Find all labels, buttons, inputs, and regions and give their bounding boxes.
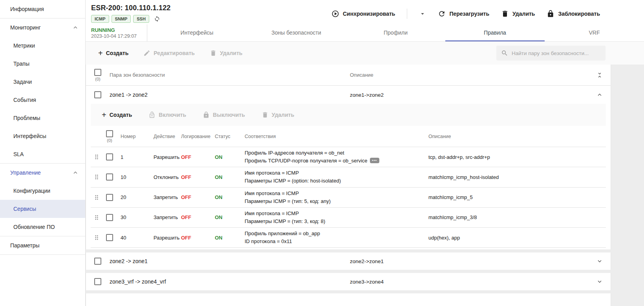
column-header-description: Описание [428,134,606,139]
sidebar-item-metrics[interactable]: Метрики [0,37,85,55]
zone-row-checkbox[interactable] [94,91,101,98]
rule-number: 1 [121,154,154,160]
create-zone-pair-button[interactable]: + Создать [98,49,128,57]
sidebar-item-label: Обновление ПО [13,224,55,230]
rules-selected-count: (0) [107,138,112,143]
status-badge: RUNNING [91,27,147,33]
edit-zone-pair-button[interactable]: Редактировать [143,50,195,57]
sidebar-item-label: Метрики [13,42,35,49]
sidebar-item-problems[interactable]: Проблемы [0,109,85,127]
rule-status: ON [215,194,245,200]
rule-match-line: ID протокола = 0x11 [245,238,424,245]
select-all-rules-checkbox[interactable] [106,130,113,137]
rule-checkbox[interactable] [106,214,113,221]
zone-row[interactable]: zone3_vrf -> zone4_vrf zone3->zone4 [86,273,611,290]
column-header-description: Описание [350,72,589,78]
sidebar-item-tasks[interactable]: Задачи [0,73,85,91]
sidebar-item-events[interactable]: События [0,91,85,109]
search-input[interactable] [512,50,601,56]
sidebar-item-configurations[interactable]: Конфигурации [0,182,85,200]
sidebar-item-label: Параметры [10,242,40,249]
rule-checkbox[interactable] [106,153,113,160]
chevron-up-icon[interactable] [596,91,603,98]
rule-description: matchIcmp_icmp_3/8 [428,214,606,220]
sidebar-item-traps[interactable]: Трапы [0,55,85,73]
sidebar-item-management[interactable]: Управление [0,164,85,182]
rule-match-line: Параметры ICMP = (тип: 5, код: any) [245,197,424,205]
sidebar-item-interfaces[interactable]: Интерфейсы [0,127,85,145]
tab-vrf[interactable]: VRF [545,24,644,41]
status-timestamp: 2023-10-04 17:29:07 [91,33,147,39]
rule-match-line: Имя протокола = ICMP [245,169,424,177]
zone-pair-description: zone1->zone2 [350,92,589,98]
sync-options-dropdown[interactable] [419,10,426,17]
drag-handle-icon[interactable] [93,214,100,221]
delete-device-button[interactable]: Удалить [501,10,535,18]
lock-icon [547,10,554,18]
sidebar-item-parameters[interactable]: Параметры [0,236,85,254]
rule-logging: OFF [181,194,215,200]
create-rule-label: Создать [110,112,132,118]
drag-handle-icon[interactable] [93,194,100,201]
create-rule-button[interactable]: + Создать [102,111,132,119]
sync-status-icon[interactable] [154,16,160,22]
zone-row-checkbox[interactable] [94,278,101,285]
column-header-logging: Логирование [181,134,215,139]
rule-number: 30 [121,214,154,220]
rules-content: + Создать Редактировать Удалить [86,42,644,306]
chevron-down-icon [419,10,426,17]
tab-rules[interactable]: Правила [445,24,545,41]
zone-row[interactable]: zone2 -> zone1 zone2->zone1 [86,253,611,270]
sidebar-item-firmware-update[interactable]: Обновление ПО [0,218,85,236]
drag-handle-icon[interactable] [93,173,100,181]
synchronize-button[interactable]: Синхронизировать [331,10,395,18]
delete-rule-button[interactable]: Удалить [262,111,294,118]
column-header-action: Действие [154,134,181,139]
column-header-status: Статус [215,134,245,139]
search-box [496,46,606,61]
plus-icon: + [102,111,106,119]
sidebar: Информация Мониторинг Метрики Трапы Зада… [0,0,86,306]
select-all-zones-checkbox[interactable] [94,69,101,76]
chevron-down-icon[interactable] [596,278,603,285]
rule-match: Имя протокола = ICMP Параметры ICMP = (т… [245,188,428,207]
more-matches-icon[interactable] [370,158,379,163]
sidebar-item-label: Сервисы [13,206,36,212]
rule-action: Запретить [154,214,181,220]
rule-logging: OFF [181,235,215,241]
enable-rule-button[interactable]: Включить [148,111,186,118]
rule-match-line: Профиль приложений = ob_app [245,230,424,238]
zone-row-checkbox[interactable] [94,258,101,265]
rule-logging: OFF [181,174,215,180]
status-tabs-bar: RUNNING 2023-10-04 17:29:07 Интерфейсы З… [86,24,644,42]
sidebar-item-information[interactable]: Информация [0,0,85,18]
sidebar-item-label: Задачи [13,79,32,85]
reboot-button[interactable]: Перезагрузить [438,10,489,18]
zone-row[interactable]: zone1 -> zone2 zone1->zone2 [86,86,611,104]
column-header-zone-pair: Пара зон безопасности [110,72,350,78]
sidebar-item-label: Конфигурации [13,188,50,194]
lock-device-button[interactable]: Заблокировать [547,10,600,18]
reload-icon [438,10,446,18]
sidebar-item-monitoring[interactable]: Мониторинг [0,18,85,37]
tab-profiles[interactable]: Профили [346,24,445,41]
tab-interfaces[interactable]: Интерфейсы [147,24,247,41]
trash-icon [262,111,269,118]
chevron-down-icon[interactable] [596,258,603,265]
rule-checkbox[interactable] [106,234,113,241]
drag-handle-icon[interactable] [93,153,100,160]
rule-match-line: Имя протокола = ICMP [245,190,424,197]
rule-logging: OFF [181,154,215,160]
rule-action: Отклонить [154,174,181,180]
disable-rule-button[interactable]: Выключить [203,111,245,118]
device-info: ESR-200: 100.110.1.122 ICMP SNMP SSH [91,4,171,23]
rule-checkbox[interactable] [106,173,113,181]
collapse-all-icon[interactable] [596,72,603,79]
sidebar-item-sla[interactable]: SLA [0,145,85,163]
tab-security-zones[interactable]: Зоны безопасности [247,24,346,41]
delete-zone-pair-button[interactable]: Удалить [210,50,242,57]
rule-action: Разрешить [154,235,181,241]
drag-handle-icon[interactable] [93,234,100,241]
rule-checkbox[interactable] [106,194,113,201]
sidebar-item-services[interactable]: Сервисы [0,200,85,218]
